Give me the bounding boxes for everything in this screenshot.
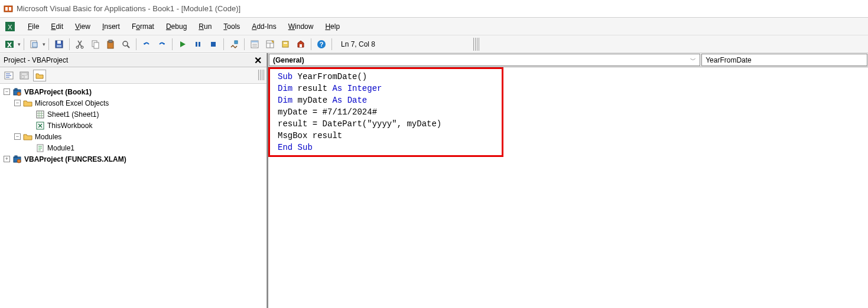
collapse-icon[interactable]: − xyxy=(14,133,21,140)
vbaproject-icon xyxy=(12,155,22,164)
run-icon[interactable] xyxy=(175,38,190,51)
svg-rect-22 xyxy=(235,41,238,44)
project-panel-toolbar xyxy=(0,67,266,84)
svg-rect-7 xyxy=(32,42,37,47)
project-panel-header: Project - VBAProject ✕ xyxy=(0,53,266,67)
separator xyxy=(48,38,49,50)
cursor-position: Ln 7, Col 8 xyxy=(335,40,471,48)
vba-app-icon xyxy=(4,4,13,14)
svg-rect-41 xyxy=(21,76,24,78)
panel-grip[interactable] xyxy=(258,70,264,80)
project-explorer-icon[interactable] xyxy=(248,38,262,51)
tree-node-excel-objects[interactable]: − Microsoft Excel Objects xyxy=(1,97,265,109)
menu-format[interactable]: Format xyxy=(126,20,160,33)
tree-label: ThisWorkbook xyxy=(47,122,92,130)
expand-icon[interactable]: + xyxy=(4,156,10,162)
folder-icon xyxy=(23,99,32,108)
cut-icon[interactable] xyxy=(73,38,87,51)
worksheet-icon xyxy=(35,110,45,119)
separator xyxy=(223,38,224,50)
undo-icon[interactable] xyxy=(139,38,154,51)
save-icon[interactable] xyxy=(52,38,66,51)
menu-help[interactable]: Help xyxy=(320,20,345,33)
tree-label: Microsoft Excel Objects xyxy=(35,99,109,107)
workbook-icon xyxy=(35,121,45,130)
toggle-folders-icon[interactable] xyxy=(33,70,46,81)
main-area: Project - VBAProject ✕ − VBAProject (Boo… xyxy=(0,53,868,308)
find-icon[interactable] xyxy=(119,38,133,51)
svg-point-57 xyxy=(17,159,21,163)
reset-icon[interactable] xyxy=(206,38,220,51)
code-area: (General) ﹀ YearFromDate Sub YearFromDat… xyxy=(267,53,868,308)
menu-addins[interactable]: Add-Ins xyxy=(246,20,281,33)
svg-rect-16 xyxy=(109,40,112,42)
separator xyxy=(136,38,136,50)
menu-tools[interactable]: Tools xyxy=(218,20,245,33)
svg-point-11 xyxy=(76,46,79,48)
menu-file[interactable]: File xyxy=(22,20,44,33)
svg-rect-20 xyxy=(199,42,200,47)
paste-icon[interactable] xyxy=(103,38,118,51)
svg-rect-56 xyxy=(15,156,17,158)
code-editor[interactable]: Sub YearFromDate() Dim result As Integer… xyxy=(268,67,868,308)
menu-edit[interactable]: Edit xyxy=(45,20,69,33)
object-browser-icon[interactable] xyxy=(278,38,292,51)
titlebar-text: Microsoft Visual Basic for Applications … xyxy=(17,4,240,13)
collapse-icon[interactable]: − xyxy=(14,100,21,106)
vbaproject-icon xyxy=(12,87,22,97)
svg-line-18 xyxy=(127,45,129,48)
toolbox-icon[interactable] xyxy=(294,38,308,51)
tree-label: VBAProject (FUNCRES.XLAM) xyxy=(24,155,126,163)
svg-text:?: ? xyxy=(320,41,324,48)
tree-node-thisworkbook[interactable]: ThisWorkbook xyxy=(1,120,265,131)
project-panel-title: Project - VBAProject xyxy=(4,56,68,64)
svg-rect-2 xyxy=(9,7,11,11)
menu-debug[interactable]: Debug xyxy=(161,20,192,33)
redo-icon[interactable] xyxy=(155,38,169,51)
toolbar-grip[interactable] xyxy=(473,38,479,51)
close-icon[interactable]: ✕ xyxy=(252,55,263,65)
design-mode-icon[interactable] xyxy=(227,38,241,51)
code-text[interactable]: Sub YearFromDate() Dim result As Integer… xyxy=(278,71,862,153)
menu-view[interactable]: View xyxy=(70,20,96,33)
svg-rect-43 xyxy=(15,89,17,90)
separator xyxy=(311,38,311,50)
module-icon xyxy=(35,143,45,153)
svg-point-44 xyxy=(17,92,21,96)
properties-icon[interactable] xyxy=(263,38,277,51)
view-code-icon[interactable] xyxy=(2,70,15,81)
separator xyxy=(24,38,24,50)
svg-rect-21 xyxy=(211,42,216,47)
tree-node-modules[interactable]: − Modules xyxy=(1,131,265,142)
view-object-icon[interactable] xyxy=(18,70,31,81)
menu-window[interactable]: Window xyxy=(283,20,319,33)
tree-node-vbaproject-book1[interactable]: − VBAProject (Book1) xyxy=(1,86,265,97)
svg-rect-45 xyxy=(37,111,44,118)
tree-label: VBAProject (Book1) xyxy=(24,88,92,96)
tree-label: Modules xyxy=(35,133,61,141)
menu-insert[interactable]: Insert xyxy=(97,20,125,33)
project-tree[interactable]: − VBAProject (Book1) − Microsoft Excel O… xyxy=(0,84,266,308)
collapse-icon[interactable]: − xyxy=(4,89,10,95)
svg-rect-14 xyxy=(94,42,99,48)
svg-text:X: X xyxy=(8,24,12,31)
menu-run[interactable]: Run xyxy=(193,20,217,33)
svg-point-12 xyxy=(81,46,83,48)
menubar: X File Edit View Insert Format Debug Run… xyxy=(0,18,868,35)
code-object-proc-bar: (General) ﹀ YearFromDate xyxy=(268,53,868,67)
tree-node-vbaproject-funcres[interactable]: + VBAProject (FUNCRES.XLAM) xyxy=(1,153,265,165)
svg-rect-1 xyxy=(5,7,8,11)
view-excel-icon[interactable] xyxy=(2,38,17,51)
tree-node-module1[interactable]: Module1 xyxy=(1,142,265,153)
tree-node-sheet1[interactable]: Sheet1 (Sheet1) xyxy=(1,109,265,120)
procedure-dropdown[interactable]: YearFromDate xyxy=(701,54,867,66)
separator xyxy=(172,38,173,50)
svg-rect-10 xyxy=(57,45,61,47)
object-dropdown[interactable]: (General) ﹀ xyxy=(269,54,700,66)
toolbar: ▾ ▾ xyxy=(0,35,868,53)
break-icon[interactable] xyxy=(191,38,205,51)
tree-label: Sheet1 (Sheet1) xyxy=(47,110,99,119)
insert-module-icon[interactable] xyxy=(27,38,41,51)
copy-icon[interactable] xyxy=(88,38,102,51)
help-icon[interactable]: ? xyxy=(314,38,329,51)
